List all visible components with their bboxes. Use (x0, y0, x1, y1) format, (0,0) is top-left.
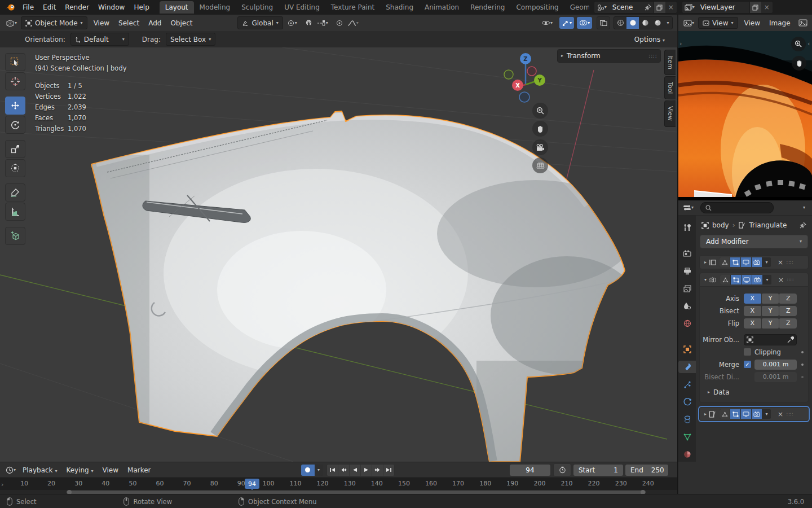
toggle-render-icon[interactable] (752, 409, 762, 419)
modifier-extras-dropdown[interactable]: ▾ (762, 409, 771, 419)
vp-menu-view[interactable]: View (89, 19, 114, 27)
pivot-point-icon[interactable]: ▾ (285, 17, 299, 29)
add-modifier-button[interactable]: Add Modifier ▾ (700, 235, 808, 248)
tab-physics-properties[interactable] (678, 396, 696, 408)
region-expand-left-icon[interactable]: › (679, 40, 682, 47)
proportional-falloff-icon[interactable]: ▾ (345, 17, 361, 29)
timeline-ruler[interactable]: › 10203040506070809010011012013014015016… (0, 478, 677, 491)
workspace-tab[interactable]: Shading (380, 1, 419, 14)
modifier-3-delete-button[interactable]: × (775, 410, 785, 418)
modifier-3-grip[interactable]: ∷∷ (787, 411, 793, 417)
start-frame-field[interactable]: Start 1 (573, 465, 623, 476)
image-zoom-button[interactable] (791, 37, 806, 51)
toggle-render-icon[interactable] (752, 275, 763, 284)
collapse-icon[interactable]: ▾ (704, 278, 707, 282)
unlink-scene-button[interactable]: × (665, 3, 677, 11)
scene-icon[interactable]: ▾ (594, 2, 609, 14)
new-viewlayer-button[interactable] (749, 2, 761, 13)
jump-to-end-button[interactable] (383, 465, 394, 476)
mode-selector[interactable]: Object Mode ▾ (21, 16, 87, 29)
end-frame-field[interactable]: End 250 (625, 465, 668, 476)
expand-icon[interactable]: ▸ (704, 260, 707, 265)
modifier-1-grip[interactable]: ∷∷ (787, 260, 793, 265)
timeline-editor-type-icon[interactable]: ▾ (3, 464, 18, 476)
modifier-extras-dropdown[interactable]: ▾ (763, 275, 771, 284)
image-pan-button[interactable] (792, 56, 806, 71)
axis-z-button[interactable]: Z (779, 294, 797, 304)
viewport-3d[interactable]: User Perspective (94) Scene Collection |… (0, 47, 678, 462)
prev-keyframe-button[interactable] (338, 465, 350, 476)
tab-data-properties[interactable] (678, 431, 696, 443)
modifier-1-delete-button[interactable]: × (775, 259, 785, 266)
jump-to-start-button[interactable] (327, 465, 338, 476)
properties-filter-dropdown[interactable]: ▾ (803, 205, 805, 210)
camera-view-button[interactable] (532, 139, 548, 155)
shading-wireframe-button[interactable] (614, 17, 626, 29)
workspace-tab[interactable]: Texture Paint (325, 1, 380, 14)
merge-animate-dot[interactable] (801, 364, 804, 366)
gizmos-toggle[interactable]: ▾ (559, 17, 574, 29)
toggle-on-cage-icon[interactable] (720, 275, 731, 284)
merge-checkbox[interactable]: ✓ (744, 361, 751, 368)
modifier-extras-dropdown[interactable]: ▾ (762, 257, 771, 267)
tab-tool-properties[interactable] (678, 221, 696, 234)
tool-move[interactable] (5, 97, 25, 115)
tab-constraint-properties[interactable] (678, 413, 696, 426)
tl-view-menu[interactable]: View (98, 466, 123, 474)
snap-magnet-icon[interactable] (303, 17, 315, 29)
visibility-icon[interactable]: ▾ (539, 17, 555, 29)
breadcrumb-object[interactable]: body (712, 221, 729, 229)
axis-x-button[interactable]: X (744, 294, 761, 304)
tool-scale[interactable] (5, 140, 25, 158)
toggle-edit-mode-icon[interactable] (731, 275, 742, 284)
tab-scene-properties[interactable] (678, 300, 696, 312)
shading-rendered-button[interactable] (651, 17, 664, 29)
tab-view[interactable]: View (664, 100, 676, 126)
tab-render-properties[interactable] (678, 247, 696, 260)
tab-tool[interactable]: Tool (664, 76, 676, 99)
shading-dropdown[interactable]: ▾ (664, 17, 672, 29)
tool-transform[interactable] (5, 159, 25, 177)
img-menu-view[interactable]: View (740, 19, 765, 27)
playhead-badge[interactable]: 94 (245, 479, 259, 489)
bisect-x-button[interactable]: X (744, 306, 761, 316)
blender-logo-icon[interactable] (3, 2, 18, 14)
tab-particle-properties[interactable] (678, 378, 696, 391)
menu-window[interactable]: Window (94, 3, 129, 11)
options-dropdown[interactable]: Options ▾ (630, 36, 669, 43)
editor-type-icon[interactable]: ▾ (3, 17, 19, 29)
scene-name[interactable]: Scene (609, 3, 642, 11)
vp-menu-select[interactable]: Select (114, 19, 144, 27)
workspace-tab[interactable]: Modeling (194, 1, 236, 14)
eyedropper-icon[interactable] (787, 336, 794, 343)
transform-panel-header[interactable]: ▸ Transform ∷∷ (557, 49, 661, 63)
toggle-edit-mode-icon[interactable] (730, 409, 741, 419)
tab-item[interactable]: Item (664, 50, 676, 75)
ruler-expand-icon[interactable]: › (1, 481, 3, 488)
menu-file[interactable]: File (18, 3, 38, 11)
tool-measure[interactable] (5, 203, 25, 221)
menu-edit[interactable]: Edit (38, 3, 60, 11)
properties-search-input[interactable] (700, 202, 774, 213)
current-frame-field[interactable]: 94 (510, 465, 550, 476)
shading-solid-button[interactable] (626, 17, 639, 29)
viewlayer-name[interactable]: ViewLayer (697, 3, 749, 11)
menu-render[interactable]: Render (60, 3, 94, 11)
vp-menu-object[interactable]: Object (166, 19, 197, 27)
pin-icon[interactable] (642, 2, 654, 14)
workspace-tab[interactable]: Layout (160, 1, 194, 14)
tool-annotate[interactable] (5, 183, 25, 202)
tab-modifier-properties[interactable] (678, 361, 696, 373)
clipping-checkbox[interactable] (744, 348, 751, 356)
flip-z-button[interactable]: Z (779, 318, 797, 329)
snap-target-icon[interactable]: ▾ (315, 17, 330, 29)
flip-x-button[interactable]: X (744, 318, 761, 329)
proportional-editing-icon[interactable] (334, 17, 345, 29)
bisect-distance-field[interactable]: 0.001 m (754, 372, 797, 382)
toggle-realtime-icon[interactable] (741, 257, 752, 267)
toggle-on-cage-icon[interactable] (720, 257, 730, 267)
toggle-realtime-icon[interactable] (742, 275, 752, 284)
tl-marker-menu[interactable]: Marker (123, 466, 155, 474)
pan-hand-button[interactable] (532, 121, 548, 137)
keying-menu[interactable]: Keying ▾ (61, 466, 98, 474)
